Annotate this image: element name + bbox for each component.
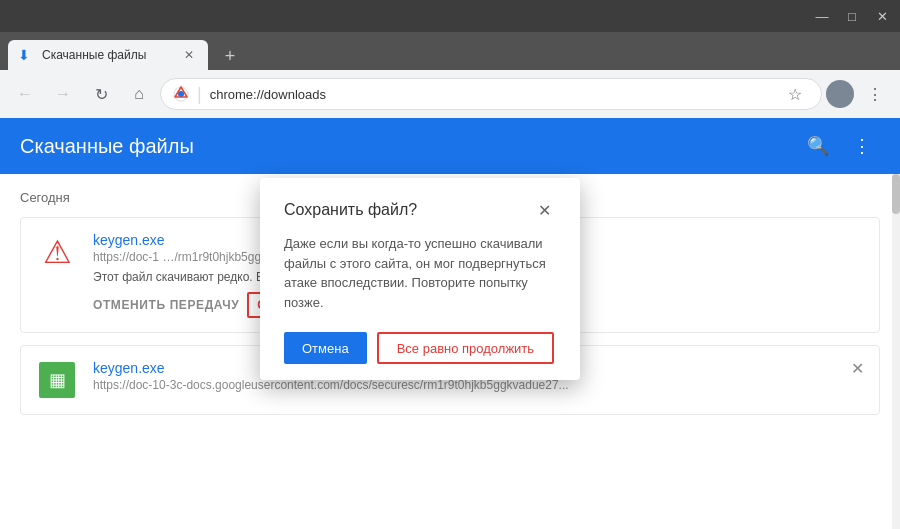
new-tab-button[interactable]: + xyxy=(216,42,244,70)
download-warning-icon: ⚠ xyxy=(37,232,77,272)
chrome-logo-icon xyxy=(173,86,189,102)
tab-bar: ⬇ Скачанные файлы ✕ + xyxy=(0,32,900,70)
search-button[interactable]: 🔍 xyxy=(800,128,836,164)
dialog-cancel-button[interactable]: Отмена xyxy=(284,332,367,364)
scrollbar-thumb[interactable] xyxy=(892,174,900,214)
download-close-button-2[interactable]: ✕ xyxy=(845,356,869,380)
address-text: chrome://downloads xyxy=(210,87,773,102)
tab-favicon-icon: ⬇ xyxy=(18,47,34,63)
tab-title: Скачанные файлы xyxy=(42,48,172,62)
maximize-button[interactable]: □ xyxy=(838,5,866,27)
downloads-header: Скачанные файлы 🔍 ⋮ xyxy=(0,118,900,174)
bookmark-star-button[interactable]: ☆ xyxy=(781,80,809,108)
cancel-transfer-button[interactable]: ОТМЕНИТЬ ПЕРЕДАЧУ xyxy=(93,294,247,316)
home-button[interactable]: ⌂ xyxy=(122,77,156,111)
window-close-button[interactable]: ✕ xyxy=(868,5,896,27)
more-options-button[interactable]: ⋮ xyxy=(844,128,880,164)
download-icon-2: ▦ xyxy=(37,360,77,400)
title-bar: — □ ✕ xyxy=(0,0,900,32)
scrollbar[interactable] xyxy=(892,174,900,529)
back-button[interactable]: ← xyxy=(8,77,42,111)
nav-bar: ← → ↻ ⌂ | chrome://downloads ☆ ⋮ xyxy=(0,70,900,118)
save-file-dialog: Сохранить файл? ✕ Даже если вы когда-то … xyxy=(260,178,580,380)
dialog-continue-button[interactable]: Все равно продолжить xyxy=(377,332,554,364)
svg-point-2 xyxy=(179,92,184,97)
title-bar-controls: — □ ✕ xyxy=(808,5,896,27)
dialog-close-button[interactable]: ✕ xyxy=(532,198,556,222)
minimize-button[interactable]: — xyxy=(808,5,836,27)
active-tab[interactable]: ⬇ Скачанные файлы ✕ xyxy=(8,40,208,70)
address-separator: | xyxy=(197,84,202,105)
dialog-body: Даже если вы когда-то успешно скачивали … xyxy=(284,234,556,312)
address-bar[interactable]: | chrome://downloads ☆ xyxy=(160,78,822,110)
downloads-page: Скачанные файлы 🔍 ⋮ Сегодня ⚠ keygen.exe… xyxy=(0,118,900,529)
tab-close-button[interactable]: ✕ xyxy=(180,46,198,64)
dialog-actions: Отмена Все равно продолжить xyxy=(284,332,556,364)
nav-right-controls: ⋮ xyxy=(826,77,892,111)
avatar[interactable] xyxy=(826,80,854,108)
chrome-menu-button[interactable]: ⋮ xyxy=(858,77,892,111)
forward-button[interactable]: → xyxy=(46,77,80,111)
dialog-header: Сохранить файл? ✕ xyxy=(284,198,556,222)
page-title: Скачанные файлы xyxy=(20,135,194,158)
header-actions: 🔍 ⋮ xyxy=(800,128,880,164)
download-url-2: https://doc-10-3c-docs.googleusercontent… xyxy=(93,378,863,392)
dialog-title: Сохранить файл? xyxy=(284,201,417,219)
refresh-button[interactable]: ↻ xyxy=(84,77,118,111)
